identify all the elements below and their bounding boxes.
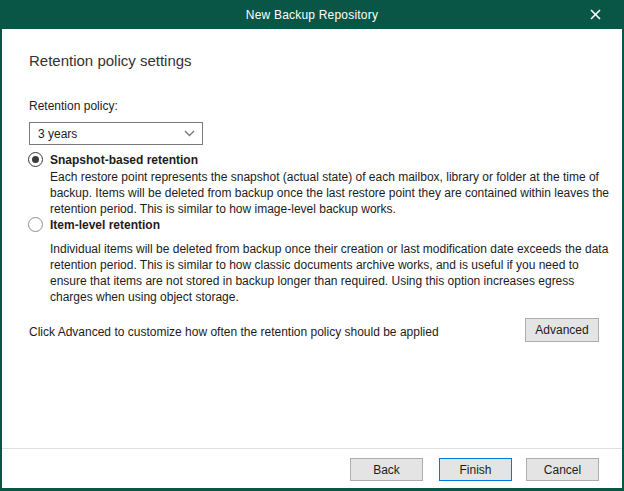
chevron-down-icon	[184, 130, 195, 137]
cancel-button[interactable]: Cancel	[526, 458, 599, 481]
new-backup-repository-dialog: New Backup Repository Retention policy s…	[0, 0, 624, 491]
page-title: Retention policy settings	[29, 52, 192, 69]
retention-policy-dropdown[interactable]: 3 years	[29, 122, 203, 145]
advanced-hint-text: Click Advanced to customize how often th…	[29, 325, 439, 339]
radio-item-level-retention[interactable]: Item-level retention	[28, 217, 160, 232]
advanced-button[interactable]: Advanced	[525, 318, 599, 342]
radio-item-label: Item-level retention	[50, 218, 160, 232]
snapshot-retention-description: Each restore point represents the snapsh…	[50, 169, 612, 217]
retention-policy-selected-value: 3 years	[38, 127, 77, 141]
window-title: New Backup Repository	[246, 8, 378, 22]
footer-divider	[2, 448, 622, 449]
close-icon	[590, 9, 601, 20]
radio-snapshot-label: Snapshot-based retention	[50, 153, 198, 167]
titlebar: New Backup Repository	[0, 0, 624, 29]
retention-policy-label: Retention policy:	[29, 99, 118, 113]
item-retention-description: Individual items will be deleted from ba…	[50, 241, 612, 305]
back-button[interactable]: Back	[350, 458, 423, 481]
finish-button[interactable]: Finish	[439, 458, 512, 481]
close-button[interactable]	[578, 0, 612, 29]
radio-selected-icon	[28, 152, 43, 167]
radio-unselected-icon	[28, 217, 43, 232]
radio-snapshot-based-retention[interactable]: Snapshot-based retention	[28, 152, 198, 167]
